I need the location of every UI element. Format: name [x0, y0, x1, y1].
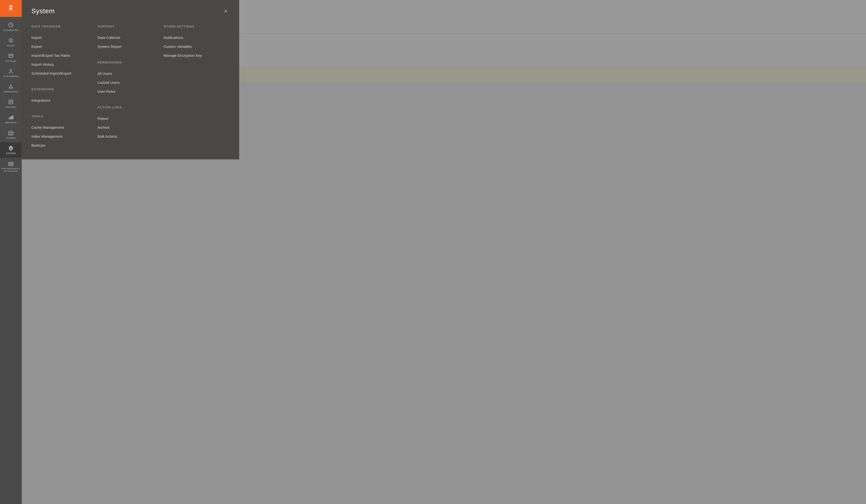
link-user-roles[interactable]: User Roles: [97, 87, 158, 96]
sidebar-item-content[interactable]: CONTENT: [0, 96, 22, 112]
content-icon: [8, 99, 14, 105]
sidebar-item-reports-label: REPORTS: [5, 122, 17, 124]
menu-columns: Data Transfer Import Export Import/Expor…: [31, 25, 230, 150]
close-button[interactable]: ×: [222, 7, 230, 15]
section-extensions: Extensions Integrations: [31, 87, 92, 105]
system-icon: [8, 145, 14, 151]
marketing-icon: [8, 83, 14, 89]
link-index-management[interactable]: Index Management: [31, 132, 92, 141]
link-system-report[interactable]: System Report: [97, 42, 158, 51]
sidebar-item-marketing[interactable]: MARKETING: [0, 81, 22, 96]
sidebar-item-system-label: SYSTEM: [6, 152, 16, 155]
sales-icon: $: [8, 37, 14, 43]
link-backups[interactable]: Backups: [31, 141, 92, 150]
find-partners-icon: [8, 160, 14, 166]
sidebar-item-stores[interactable]: STORES: [0, 127, 22, 143]
link-integrations[interactable]: Integrations: [31, 96, 92, 105]
svg-rect-13: [9, 117, 10, 119]
svg-point-6: [10, 69, 12, 71]
sidebar-item-dashboard[interactable]: DASHBOARD: [0, 19, 22, 35]
sidebar-item-catalog[interactable]: CATALOG: [0, 50, 22, 65]
section-data-transfer: Data Transfer Import Export Import/Expor…: [31, 25, 92, 78]
sidebar-item-stores-label: STORES: [6, 137, 16, 139]
svg-rect-3: [9, 54, 13, 57]
sidebar-item-marketing-label: MARKETING: [4, 91, 18, 93]
svg-rect-16: [13, 115, 13, 119]
customers-icon: [8, 68, 14, 74]
link-import-history[interactable]: Import History: [31, 60, 92, 69]
sidebar-item-catalog-label: CATALOG: [5, 60, 16, 63]
support-heading: Support: [97, 25, 158, 28]
sidebar-logo[interactable]: [0, 0, 22, 17]
sidebar-item-reports[interactable]: REPORTS: [0, 112, 22, 127]
link-notifications[interactable]: Notifications: [164, 33, 225, 42]
link-report[interactable]: Report: [97, 114, 158, 123]
section-tools: Tools Cache Management Index Management …: [31, 114, 92, 150]
section-support: Support Data Collector System Report: [97, 25, 158, 51]
catalog-icon: [8, 53, 14, 59]
section-permissions: Permissions All Users Locked Users User …: [97, 60, 158, 96]
link-locked-users[interactable]: Locked Users: [97, 78, 158, 87]
sidebar-item-customers-label: CUSTOMERS: [3, 75, 18, 78]
menu-column-1: Data Transfer Import Export Import/Expor…: [31, 25, 97, 150]
link-archive[interactable]: Archive: [97, 123, 158, 132]
svg-rect-14: [10, 117, 11, 119]
svg-rect-18: [10, 134, 12, 135]
sidebar-item-customers[interactable]: CUSTOMERS: [0, 65, 22, 81]
section-action-logs: Action Logs Report Archive Bulk Actions: [97, 105, 158, 141]
svg-point-19: [10, 147, 12, 149]
link-manage-encryption-key[interactable]: Manage Encryption Key: [164, 51, 225, 60]
sidebar-item-content-label: CONTENT: [5, 106, 17, 109]
link-scheduled-import-export[interactable]: Scheduled Import/Export: [31, 69, 92, 78]
link-cache-management[interactable]: Cache Management: [31, 123, 92, 132]
permissions-heading: Permissions: [97, 60, 158, 64]
data-transfer-heading: Data Transfer: [31, 25, 92, 28]
dropdown-title: System: [31, 7, 55, 15]
tools-heading: Tools: [31, 114, 92, 118]
link-data-collector[interactable]: Data Collector: [97, 33, 158, 42]
link-custom-variables[interactable]: Custom Variables: [164, 42, 225, 51]
menu-column-2: Support Data Collector System Report Per…: [97, 25, 163, 150]
link-export[interactable]: Export: [31, 42, 92, 51]
link-bulk-actions[interactable]: Bulk Actions: [97, 132, 158, 141]
dashboard-icon: [8, 22, 14, 28]
reports-icon: [8, 114, 14, 120]
link-import[interactable]: Import: [31, 33, 92, 42]
magento-logo-icon: [6, 4, 16, 13]
extensions-heading: Extensions: [31, 87, 92, 91]
sidebar-item-sales[interactable]: $ SALES: [0, 35, 22, 50]
main-content: System × Data Transfer Import Export Imp…: [22, 0, 866, 504]
other-settings-heading: Other Settings: [164, 25, 225, 28]
section-other-settings: Other Settings Notifications Custom Vari…: [164, 25, 225, 60]
link-all-users[interactable]: All Users: [97, 69, 158, 78]
svg-text:$: $: [10, 39, 12, 42]
sidebar-item-dashboard-label: DASHBOARD: [3, 29, 18, 32]
sidebar-divider-top: [4, 18, 18, 18]
sidebar-item-find-partners-label: FIND PARTNERS & EXTENSIONS: [1, 168, 21, 172]
sidebar: DASHBOARD $ SALES CATALOG CUSTOME: [0, 0, 22, 504]
system-dropdown-panel: System × Data Transfer Import Export Imp…: [22, 0, 239, 159]
dropdown-header: System ×: [31, 7, 230, 15]
svg-rect-15: [11, 116, 12, 119]
svg-rect-20: [9, 162, 13, 166]
link-import-export-tax[interactable]: Import/Export Tax Rates: [31, 51, 92, 60]
sidebar-item-system[interactable]: SYSTEM: [0, 142, 22, 158]
sidebar-item-find-partners[interactable]: FIND PARTNERS & EXTENSIONS: [0, 158, 22, 175]
svg-marker-7: [9, 85, 13, 88]
stores-icon: [8, 130, 14, 136]
menu-column-3: Other Settings Notifications Custom Vari…: [164, 25, 230, 150]
svg-rect-17: [9, 133, 13, 135]
sidebar-item-sales-label: SALES: [7, 44, 15, 47]
action-logs-heading: Action Logs: [97, 105, 158, 109]
